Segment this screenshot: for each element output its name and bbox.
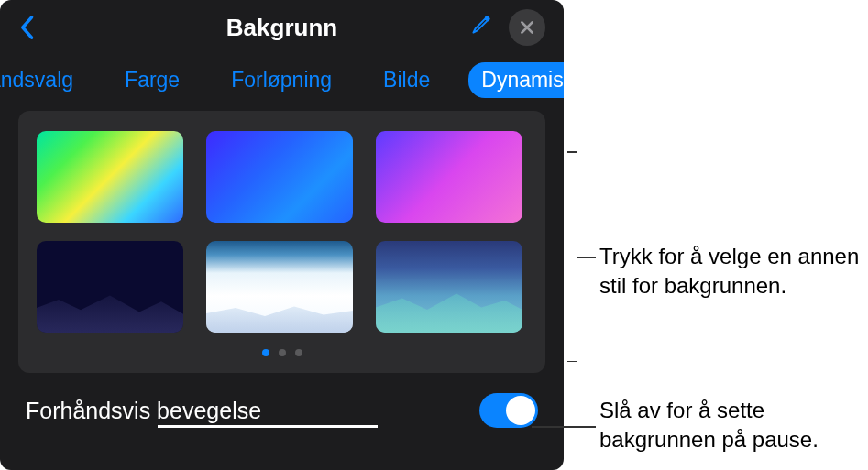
background-style-swatch[interactable]: [37, 241, 183, 333]
callout-grid-text: Trykk for å velge en annen stil for bakg…: [599, 242, 868, 301]
panel-header: Bakgrunn: [0, 0, 564, 55]
page-dot[interactable]: [295, 349, 302, 356]
callout-leader-line: [532, 426, 596, 428]
eyedropper-button[interactable]: [468, 14, 492, 41]
tab-color[interactable]: Farge: [112, 62, 192, 98]
panel-footer: Forhåndsvis bevegelse: [0, 373, 564, 444]
page-dot[interactable]: [262, 349, 269, 356]
chevron-left-icon: [18, 15, 35, 40]
preview-motion-label: Forhåndsvis bevegelse: [26, 398, 261, 424]
tab-image[interactable]: Bilde: [370, 62, 443, 98]
callout-bracket: [566, 151, 577, 362]
swatch-container: [18, 111, 545, 373]
panel-title: Bakgrunn: [226, 14, 337, 42]
background-style-swatch[interactable]: [206, 241, 353, 333]
close-icon: [519, 19, 535, 36]
background-style-swatch[interactable]: [376, 241, 522, 333]
callout-toggle-text: Slå av for å sette bakgrunnen på pause.: [599, 396, 868, 455]
back-button[interactable]: [18, 15, 35, 40]
preview-motion-toggle[interactable]: [479, 393, 538, 428]
background-style-swatch[interactable]: [206, 131, 353, 223]
header-actions: [468, 9, 545, 46]
page-dot[interactable]: [279, 349, 286, 356]
page-indicator: [37, 349, 527, 356]
close-button[interactable]: [509, 9, 545, 46]
annotations: Trykk for å velge en annen stil for bakg…: [568, 0, 868, 470]
background-panel: Bakgrunn åndsvalg Farge Forløpning Bilde…: [0, 0, 564, 470]
tab-bar: åndsvalg Farge Forløpning Bilde Dynamisk: [0, 55, 564, 111]
tab-gradient[interactable]: Forløpning: [218, 62, 345, 98]
callout-leader-line: [577, 257, 596, 258]
tab-dynamic[interactable]: Dynamisk: [468, 62, 564, 98]
tab-preset[interactable]: åndsvalg: [0, 62, 86, 98]
background-style-swatch[interactable]: [376, 131, 522, 223]
eyedropper-icon: [468, 14, 492, 38]
swatch-grid: [37, 131, 527, 333]
background-style-swatch[interactable]: [37, 131, 183, 223]
